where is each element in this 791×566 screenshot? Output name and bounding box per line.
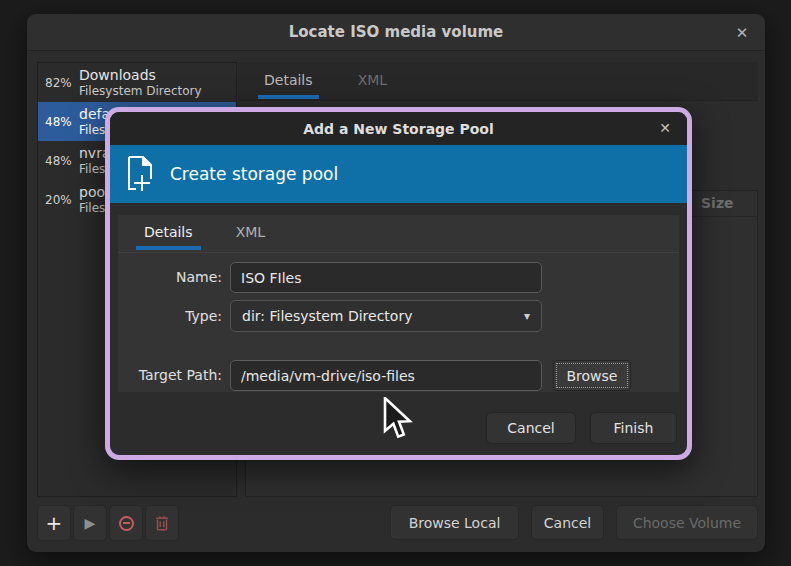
dialog-tab-xml[interactable]: XML xyxy=(228,215,273,246)
pool-type: Filesystem Directory xyxy=(79,84,202,99)
pool-usage-percent: 48% xyxy=(45,154,79,168)
delete-pool-button[interactable] xyxy=(145,505,179,541)
cancel-button[interactable]: Cancel xyxy=(531,505,604,540)
chevron-down-icon: ▾ xyxy=(524,309,530,323)
name-field[interactable] xyxy=(230,262,542,293)
trash-icon xyxy=(155,515,169,531)
dialog-header-text: Create storage pool xyxy=(170,164,338,184)
dialog-form-panel: Details XML Name: Type: dir: Filesystem … xyxy=(118,215,679,392)
add-pool-button[interactable]: + xyxy=(37,505,71,541)
plus-icon: + xyxy=(46,513,63,533)
window-titlebar[interactable]: Locate ISO media volume ✕ xyxy=(27,14,765,51)
browse-label: Browse xyxy=(567,368,618,384)
dialog-finish-label: Finish xyxy=(614,420,654,436)
stop-circle-icon xyxy=(119,516,134,531)
type-label: Type: xyxy=(124,308,222,324)
pool-toolbar: + ▶ xyxy=(37,505,179,541)
type-dropdown-value: dir: Filesystem Directory xyxy=(242,308,412,324)
size-column-header[interactable]: Size xyxy=(701,195,734,211)
new-document-plus-icon xyxy=(126,155,156,193)
tab-details[interactable]: Details xyxy=(258,63,319,99)
target-path-field[interactable] xyxy=(230,360,542,391)
window-close-icon[interactable]: ✕ xyxy=(732,23,752,43)
choose-volume-label: Choose Volume xyxy=(633,515,741,531)
target-path-label: Target Path: xyxy=(118,367,222,383)
pool-row-downloads[interactable]: 82% Downloads Filesystem Directory xyxy=(38,63,236,102)
type-dropdown[interactable]: dir: Filesystem Directory ▾ xyxy=(230,300,542,332)
pool-usage-percent: 20% xyxy=(45,193,79,207)
dialog-tab-details[interactable]: Details xyxy=(136,215,201,250)
tab-xml[interactable]: XML xyxy=(352,63,393,95)
stop-pool-button[interactable] xyxy=(109,505,143,541)
browse-local-label: Browse Local xyxy=(409,515,501,531)
choose-volume-button-disabled: Choose Volume xyxy=(616,505,758,540)
start-pool-button[interactable]: ▶ xyxy=(73,505,107,541)
play-icon: ▶ xyxy=(85,515,96,531)
pool-usage-percent: 48% xyxy=(45,115,79,129)
dialog-close-icon[interactable]: ✕ xyxy=(656,119,674,137)
dialog-cancel-button[interactable]: Cancel xyxy=(486,412,576,444)
pool-usage-percent: 82% xyxy=(45,76,79,90)
cancel-label: Cancel xyxy=(544,515,591,531)
add-storage-pool-dialog: Add a New Storage Pool ✕ Create storage … xyxy=(105,107,692,460)
dialog-title: Add a New Storage Pool xyxy=(303,121,494,137)
pool-detail-tabs: Details XML xyxy=(238,62,758,101)
pool-name: Downloads xyxy=(79,67,202,84)
dialog-finish-button[interactable]: Finish xyxy=(590,412,677,444)
name-label: Name: xyxy=(124,269,222,285)
dialog-tabs: Details XML xyxy=(118,215,679,253)
dialog-titlebar[interactable]: Add a New Storage Pool ✕ xyxy=(110,112,687,145)
window-title: Locate ISO media volume xyxy=(289,23,504,41)
dialog-header-banner: Create storage pool xyxy=(110,145,687,203)
browse-button[interactable]: Browse xyxy=(553,360,631,391)
dialog-cancel-label: Cancel xyxy=(507,420,554,436)
browse-local-button[interactable]: Browse Local xyxy=(390,505,519,540)
